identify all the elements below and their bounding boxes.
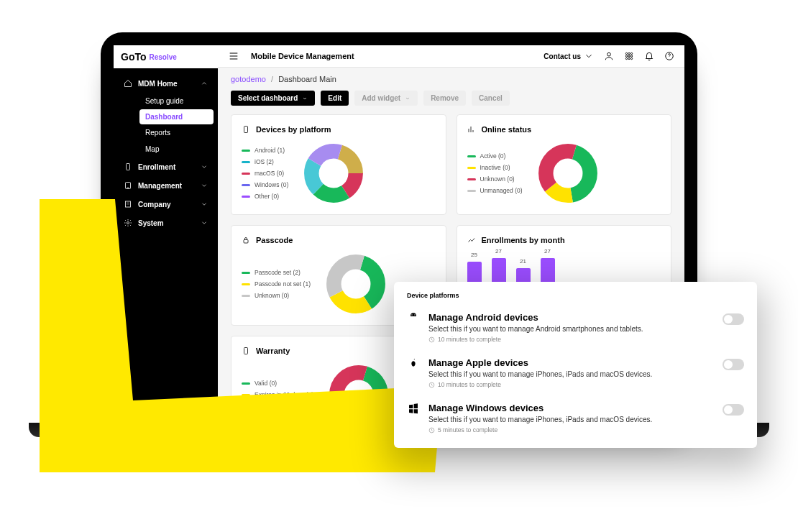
platform-icon: [407, 403, 420, 434]
legend-swatch: [242, 196, 250, 198]
select-dashboard-button[interactable]: Select dashboard: [231, 91, 315, 106]
chevron-up-icon: [201, 80, 208, 87]
chevron-down-icon: [302, 96, 308, 101]
topbar: Mobile Device Management Contact us: [218, 45, 684, 68]
button-label: Select dashboard: [238, 94, 298, 102]
card-title: Devices by platform: [256, 125, 331, 134]
decorative-yellow-accent: [40, 199, 442, 472]
bar-value: 27: [495, 248, 502, 254]
breadcrumb-sep: /: [271, 75, 273, 83]
platform-title: Manage Apple devices: [428, 357, 714, 368]
svg-point-9: [628, 55, 630, 57]
legend-item: Inactive (0): [467, 164, 523, 171]
contact-link[interactable]: Contact us: [544, 51, 594, 61]
platform-desc: Select this if you want to manage iPhone…: [428, 416, 714, 423]
device-platforms-popup: Device platforms Manage Android devicesS…: [394, 282, 757, 448]
sidebar-item-label: Enrollment: [138, 163, 175, 171]
legend-item: iOS (2): [242, 158, 288, 165]
clock-icon: [428, 427, 435, 434]
clock-icon: [428, 382, 435, 388]
platform-row: Manage Apple devicesSelect this if you w…: [407, 350, 744, 395]
sidebar-item-setup[interactable]: Setup guide: [135, 93, 218, 109]
popup-rows: Manage Android devicesSelect this if you…: [407, 305, 744, 441]
svg-point-13: [630, 58, 632, 60]
svg-point-5: [625, 53, 627, 55]
svg-point-7: [630, 53, 632, 55]
platform-toggle[interactable]: [723, 359, 744, 370]
edit-button[interactable]: Edit: [321, 91, 349, 106]
platform-desc: Select this if you want to manage Androi…: [428, 325, 714, 333]
donut-chart: [537, 142, 599, 204]
legend-label: Active (0): [480, 152, 506, 160]
svg-point-6: [628, 53, 630, 55]
toolbar: Select dashboard Edit Add widget Remove …: [218, 86, 684, 114]
menu-icon[interactable]: [228, 50, 239, 62]
sidebar-item-label: Map: [145, 145, 159, 153]
svg-point-32: [414, 314, 415, 315]
legend-item: Active (0): [467, 152, 523, 160]
trend-icon: [467, 236, 476, 244]
legend: Active (0)Inactive (0)Unknown (0)Unmanag…: [467, 152, 523, 194]
sidebar-item-label: MDM Home: [138, 80, 177, 88]
legend-label: Unmanaged (0): [480, 187, 523, 194]
tablet-icon: [124, 181, 132, 190]
add-widget-button[interactable]: Add widget: [354, 91, 418, 106]
sidebar-item-enrollment[interactable]: Enrollment: [114, 157, 218, 176]
svg-marker-36: [40, 199, 442, 472]
platform-time: 10 minutes to complete: [428, 381, 714, 388]
legend-swatch: [242, 173, 250, 175]
sidebar-item-home[interactable]: MDM Home: [114, 74, 218, 93]
svg-rect-0: [127, 164, 130, 170]
breadcrumb-current: Dashboard Main: [278, 75, 336, 83]
cancel-button[interactable]: Cancel: [472, 91, 510, 106]
remove-button[interactable]: Remove: [423, 91, 466, 106]
home-icon: [124, 79, 132, 88]
svg-point-10: [630, 55, 632, 57]
bar-value: 27: [544, 248, 551, 254]
breadcrumb-root[interactable]: gotodemo: [231, 75, 266, 83]
user-icon[interactable]: [604, 51, 614, 61]
help-icon[interactable]: [664, 51, 674, 61]
sidebar-item-management[interactable]: Management: [114, 176, 218, 195]
svg-point-12: [628, 58, 630, 60]
sidebar-item-dashboard[interactable]: Dashboard: [139, 109, 214, 124]
legend-swatch: [242, 184, 250, 186]
legend-label: macOS (0): [254, 170, 284, 177]
contact-label: Contact us: [544, 52, 581, 60]
legend: Android (1)iOS (2)macOS (0)Windows (0)Ot…: [242, 147, 288, 200]
legend-label: Unknown (0): [480, 175, 515, 183]
sidebar-item-label: Dashboard: [145, 113, 183, 121]
apps-icon[interactable]: [624, 51, 634, 61]
platform-row: Manage Android devicesSelect this if you…: [407, 305, 744, 350]
legend-item: Android (1): [242, 147, 288, 154]
card-online-status: Online status Active (0)Inactive (0)Unkn…: [457, 114, 672, 215]
platform-toggle[interactable]: [723, 313, 744, 325]
logo-resolve: Resolve: [150, 53, 177, 61]
page-title: Mobile Device Management: [251, 52, 354, 60]
svg-rect-15: [244, 127, 248, 133]
platform-time: 5 minutes to complete: [428, 426, 714, 434]
sidebar-item-map[interactable]: Map: [135, 141, 218, 157]
bell-icon[interactable]: [644, 51, 654, 61]
legend-label: Inactive (0): [480, 164, 510, 171]
sidebar-item-reports[interactable]: Reports: [135, 124, 218, 141]
bars-icon: [467, 125, 476, 134]
chevron-down-icon: [584, 51, 594, 61]
platform-toggle[interactable]: [723, 404, 744, 416]
legend-swatch: [242, 161, 250, 163]
donut-chart: [303, 142, 364, 204]
legend-item: macOS (0): [242, 170, 288, 177]
card-title: Enrollments by month: [482, 236, 565, 244]
legend-label: iOS (2): [254, 158, 274, 165]
clock-icon: [428, 336, 435, 343]
platform-icon: [407, 357, 420, 388]
device-icon: [242, 125, 250, 134]
sidebar-item-label: Management: [138, 182, 182, 190]
legend-swatch: [467, 155, 476, 157]
bar-value: 21: [520, 258, 526, 265]
svg-point-11: [625, 58, 627, 60]
logo[interactable]: GoTo Resolve: [114, 45, 218, 68]
legend-item: Unmanaged (0): [467, 187, 523, 194]
phone-icon: [124, 162, 132, 171]
button-label: Add widget: [362, 94, 400, 102]
